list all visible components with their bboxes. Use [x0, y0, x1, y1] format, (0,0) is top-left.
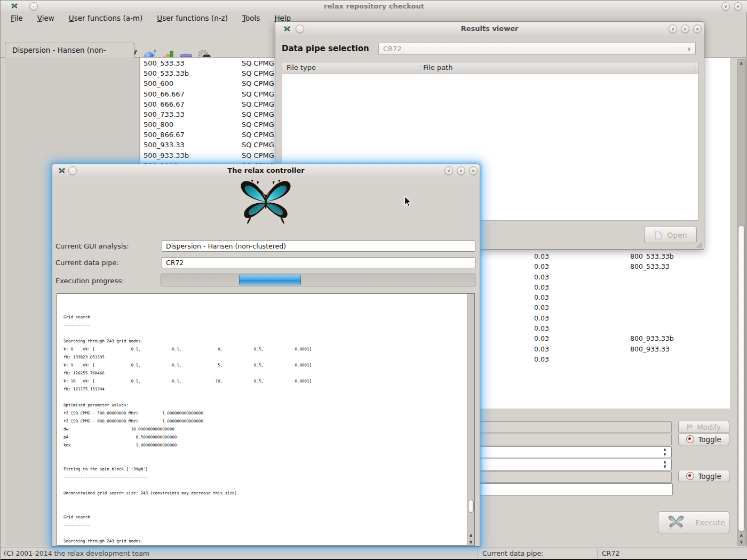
spectrum-type-cell: SQ CPMG	[242, 99, 274, 109]
status-separator	[597, 549, 598, 558]
progress-chunk	[239, 275, 301, 285]
scroll-down-icon[interactable]	[737, 539, 745, 545]
mouse-cursor	[404, 196, 412, 207]
table-row[interactable]: 0.03	[491, 313, 732, 323]
controller-title: The relax controller	[52, 164, 480, 177]
column-file-type[interactable]: File type	[287, 62, 316, 73]
spectrum-id-cell: 500_666.67	[144, 99, 185, 109]
execute-button[interactable]: Execute	[658, 511, 729, 533]
spectrum-type-cell: SQ CPMG	[242, 140, 274, 150]
menu-user-functions-n-z[interactable]: User functions (n-z)	[151, 12, 234, 24]
spectrum-id-cell: 500_533.33	[144, 58, 185, 68]
relax-butterfly-logo	[212, 179, 319, 226]
main-scrollbar[interactable]	[737, 59, 746, 546]
scroll-up-icon[interactable]	[737, 532, 745, 539]
minimize-button[interactable]	[669, 25, 677, 33]
spectrum-type-cell: SQ CPMG	[242, 89, 274, 99]
spectrum-type-cell: SQ CPMG	[242, 119, 274, 130]
main-titlebar: relax repository checkout	[1, 1, 747, 12]
table-row[interactable]: 0.03	[491, 354, 732, 364]
pipe-selection-value: CR72	[383, 45, 402, 53]
time-cell: 0.03	[534, 251, 549, 261]
column-separator[interactable]	[692, 62, 697, 74]
status-pipe-label: Current data pipe:	[482, 548, 543, 559]
minimize-button[interactable]	[721, 2, 730, 11]
time-cell: 0.03	[534, 333, 549, 343]
results-viewer-title: Results viewer	[275, 22, 704, 35]
close-button[interactable]	[469, 166, 478, 175]
experiment-cell: 800_533.33b	[630, 251, 674, 261]
close-button[interactable]	[693, 25, 702, 33]
table-row[interactable]: 0.03800_533.33b	[491, 251, 732, 261]
scroll-down-icon[interactable]	[467, 539, 474, 545]
pipe-selection-label: Data pipe selection	[282, 44, 369, 53]
time-cell: 0.03	[534, 261, 549, 271]
spectrum-type-cell: SQ CPMG	[242, 150, 274, 161]
column-separator[interactable]	[418, 62, 423, 74]
menu-user-functions-a-m[interactable]: User functions (a-m)	[63, 12, 148, 24]
resize-grip-icon[interactable]	[696, 242, 703, 249]
spectrum-type-cell: SQ CPMG	[242, 78, 274, 89]
spinner-arrows-icon[interactable]	[661, 447, 669, 457]
table-row[interactable]: 0.03	[491, 272, 732, 282]
modify-button[interactable]: Modify	[678, 421, 729, 433]
time-cell: 0.03	[534, 313, 549, 323]
butterfly-icon	[662, 515, 690, 530]
spectrum-type-cell: SQ CPMG	[242, 109, 274, 119]
spectrum-type-cell: SQ CPMG	[242, 130, 274, 140]
spectra-values: 0.03800_533.33b 0.03800_533.33 0.03 0.03…	[491, 251, 732, 364]
document-icon	[654, 230, 663, 240]
menu-file[interactable]: File	[5, 12, 29, 24]
table-row[interactable]: 0.03	[491, 323, 732, 333]
table-row[interactable]: 0.03	[491, 282, 732, 292]
radio-icon	[686, 435, 694, 443]
table-row[interactable]: 0.03800_933.33b	[491, 333, 732, 343]
log-area[interactable]: Grid search ~~~~~~~~~~~ Searching throug…	[57, 293, 475, 546]
relax-controller-window: The relax controller Current GUI analysi…	[52, 164, 480, 547]
log-scrollbar-thumb[interactable]	[468, 500, 474, 513]
scroll-up-icon[interactable]	[737, 60, 745, 67]
scrollbar-thumb[interactable]	[738, 225, 745, 532]
maximize-button[interactable]	[681, 25, 689, 33]
gui-analysis-field[interactable]: Dispersion - Hansen (non-clustered)	[162, 241, 475, 252]
status-copyright: (C) 2001-2014 the relax development team	[4, 548, 149, 559]
spectrum-id-cell: 500_66.667	[144, 89, 185, 99]
time-cell: 0.03	[534, 282, 549, 292]
spectrum-id-cell: 500_866.67	[144, 130, 185, 140]
open-label: Open	[667, 231, 687, 239]
data-pipe-field[interactable]: CR72	[162, 257, 475, 268]
gui-analysis-label: Current GUI analysis:	[55, 242, 129, 250]
menu-view[interactable]: View	[31, 12, 60, 24]
experiment-cell: 800_933.33	[630, 344, 670, 354]
time-cell: 0.03	[534, 292, 549, 302]
gui-analysis-value: Dispersion - Hansen (non-clustered)	[166, 242, 286, 250]
progress-bar	[161, 274, 475, 286]
table-row[interactable]: 0.03	[491, 292, 732, 302]
toggle-button-1[interactable]: Toggle	[678, 433, 729, 445]
modify-label: Modify	[697, 423, 721, 431]
close-button[interactable]	[734, 2, 742, 11]
progress-label: Execution progress:	[55, 277, 124, 285]
pipe-selection-combobox[interactable]: CR72 ∨	[378, 43, 696, 55]
time-cell: 0.03	[534, 272, 549, 282]
radio-icon	[686, 472, 694, 480]
spinner-arrows-icon[interactable]	[661, 460, 669, 469]
log-scrollbar[interactable]	[467, 294, 474, 545]
time-cell: 0.03	[534, 354, 549, 364]
minimize-button[interactable]	[444, 166, 453, 175]
open-button[interactable]: Open	[644, 227, 697, 243]
tab-dispersion-hansen[interactable]: Dispersion - Hansen (non-clustered)	[5, 43, 134, 58]
results-viewer-titlebar: Results viewer	[275, 22, 704, 36]
toggle-button-2[interactable]: Toggle	[678, 470, 729, 482]
chevron-down-icon: ∨	[687, 43, 691, 55]
table-row[interactable]: 0.03800_933.33	[491, 344, 732, 354]
maximize-button[interactable]	[457, 166, 465, 175]
scroll-up-icon[interactable]	[467, 532, 474, 539]
column-file-path[interactable]: File path	[423, 62, 452, 73]
menu-tools[interactable]: Tools	[236, 12, 266, 24]
spectrum-type-cell: SQ CPMG	[242, 68, 274, 78]
table-row[interactable]: 0.03800_533.33	[491, 261, 732, 271]
toggle-label: Toggle	[698, 472, 721, 481]
experiment-cell: 800_933.33b	[630, 333, 674, 343]
table-row[interactable]: 0.03	[491, 302, 732, 313]
